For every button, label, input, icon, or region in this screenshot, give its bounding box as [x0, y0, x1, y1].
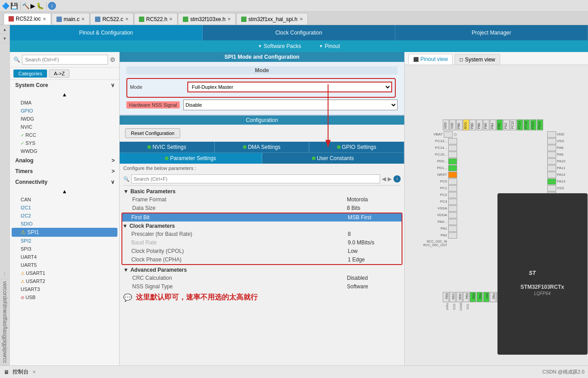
toolbar-icon-run[interactable]: ▶ — [30, 2, 35, 9]
status-close-icon[interactable]: ✕ — [32, 369, 36, 374]
left-pin-pc15[interactable] — [448, 152, 457, 158]
left-pin-pa2[interactable] — [448, 232, 457, 239]
edge-item-2[interactable]: ▼ — [0, 34, 9, 43]
top-pin-vss[interactable]: VSS — [450, 120, 456, 130]
sidebar-item-can[interactable]: CAN — [10, 196, 119, 204]
param-cpha[interactable]: Clock Phase (CPHA) 1 Edge — [122, 256, 402, 264]
sidebar-item-sdio[interactable]: SDIO — [10, 220, 119, 228]
bottom-pin-pa6[interactable]: PA6 — [476, 292, 483, 302]
left-pin-pc13[interactable] — [448, 138, 457, 144]
toolbar-icon-build[interactable]: 🔨 — [22, 2, 30, 9]
hw-nss-select[interactable]: Disable — [183, 100, 398, 110]
param-data-size[interactable]: Data Size 8 Bits — [123, 204, 401, 213]
tab-hal[interactable]: stm32f1xx_hal_spi.h ✕ — [236, 13, 307, 25]
connectivity-scroll-up[interactable]: ▲ — [10, 187, 119, 196]
bottom-pin-vdd[interactable]: VDD — [456, 292, 463, 302]
sidebar-item-dma[interactable]: DMA — [10, 99, 119, 107]
sidebar-item-wwdg[interactable]: WWDG — [10, 147, 119, 155]
mode-select[interactable]: Full-Duplex Master — [187, 82, 392, 92]
right-pin-6[interactable] — [547, 165, 556, 171]
top-pin-pb8[interactable]: PB8 — [456, 120, 463, 130]
bottom-pin-pa4[interactable]: PA4 — [463, 292, 469, 302]
advanced-params-header[interactable]: ▼ Advanced Parameters — [123, 266, 401, 274]
system-core-scroll-up[interactable]: ▲ — [10, 91, 119, 99]
right-pin-8[interactable] — [547, 178, 556, 185]
sidebar-item-iwdg[interactable]: IWDG — [10, 115, 119, 123]
tab-close-ioc[interactable]: ✕ — [43, 17, 46, 22]
sidebar-item-uart5[interactable]: UART5 — [10, 261, 119, 269]
param-nss-signal[interactable]: NSS Signal Type Software — [123, 282, 401, 291]
dma-settings-tab[interactable]: DMA Settings — [215, 142, 310, 152]
sidebar-item-spi3[interactable]: SPI3 — [10, 245, 119, 253]
sidebar-item-spi1[interactable]: ⚠ SPI1 — [12, 228, 117, 237]
tab-stm32h[interactable]: stm32f103xe.h ✕ — [178, 13, 236, 25]
toolbar-icon-new[interactable]: 🔷 — [2, 2, 9, 9]
sidebar-group-timers-header[interactable]: Timers > — [10, 166, 119, 177]
param-baud-rate[interactable]: Baud Rate 9.0 MBits/s — [122, 239, 402, 247]
left-pin-pa1[interactable] — [448, 226, 457, 232]
param-frame-format[interactable]: Frame Format Motorola — [123, 196, 401, 204]
tab-mainc[interactable]: main.c ✕ — [52, 13, 90, 25]
bottom-pin-pb0[interactable]: PB0 — [490, 292, 496, 302]
tab-rc522h[interactable]: RC522.h ✕ — [134, 13, 177, 25]
param-prescaler[interactable]: Prescaler (for Baud Rate) 8 — [122, 230, 402, 239]
nav-tab-pinout[interactable]: Pinout & Configuration — [10, 25, 203, 40]
left-pin-vssa[interactable] — [448, 205, 457, 212]
right-pin-3[interactable] — [547, 145, 556, 151]
sidebar-item-sys[interactable]: SYS — [10, 139, 119, 147]
right-pin-7[interactable] — [547, 172, 556, 178]
tab-close-hal[interactable]: ✕ — [299, 17, 303, 22]
right-pin-9[interactable] — [547, 185, 556, 191]
nav-tab-clock[interactable]: Clock Configuration — [203, 25, 395, 40]
pinout-btn[interactable]: ▼ Pinout — [319, 43, 340, 49]
right-pin-2[interactable] — [547, 138, 556, 144]
pinout-view-tab[interactable]: ⬛ Pinout view — [408, 54, 453, 65]
param-crc[interactable]: CRC Calculation Disabled — [123, 274, 401, 282]
tab-ioc[interactable]: RC522.ioc ✕ — [4, 13, 51, 25]
top-pin-pc10[interactable]: PC10 — [523, 120, 530, 130]
sidebar-item-usb[interactable]: USB — [10, 293, 119, 301]
left-pin-pc1[interactable] — [448, 185, 457, 191]
edge-item-3[interactable]: ⋮ — [0, 270, 9, 279]
top-pin-pb5[interactable]: PB5 — [483, 120, 489, 130]
top-pin-pb3[interactable]: PB3 — [497, 120, 503, 130]
sidebar-item-i2c2[interactable]: I2C2 — [10, 212, 119, 220]
sidebar-item-spi2[interactable]: SPI2 — [10, 237, 119, 245]
left-pin-pd1[interactable] — [448, 165, 457, 171]
sidebar-item-usart2[interactable]: USART2 — [10, 277, 119, 285]
bottom-pin-pa5[interactable]: PA5 — [470, 292, 476, 302]
param-first-bit[interactable]: First Bit MSB First — [122, 213, 402, 222]
top-pin-vdd[interactable]: VDD — [443, 120, 449, 130]
tab-close-mainc[interactable]: ✕ — [81, 17, 85, 22]
top-pin-pa14[interactable]: PA14 — [537, 120, 543, 130]
right-pin-1[interactable] — [547, 131, 556, 138]
left-pin-pa0[interactable] — [448, 219, 457, 225]
software-packs-btn[interactable]: ▼ Software Packs — [258, 43, 301, 49]
tab-rc522c[interactable]: RC522.c ✕ — [90, 13, 134, 25]
top-pin-pb9[interactable]: PB9 — [470, 120, 476, 130]
left-pin-pc14[interactable] — [448, 145, 457, 151]
left-pin-pd0[interactable] — [448, 158, 457, 165]
bottom-pin-vss[interactable]: VSS — [450, 292, 456, 302]
nvic-settings-tab[interactable]: NVIC Settings — [120, 142, 215, 152]
gpio-settings-tab[interactable]: GPIO Settings — [309, 142, 404, 152]
basic-params-header[interactable]: ▼ Basic Parameters — [123, 187, 401, 196]
sidebar-item-usart1[interactable]: USART1 — [10, 269, 119, 277]
toolbar-icon-info[interactable]: i — [48, 2, 56, 10]
param-cpol[interactable]: Clock Polarity (CPOL) Low — [122, 247, 402, 256]
sidebar-item-gpio[interactable]: GPIO — [10, 107, 119, 115]
right-pin-4[interactable] — [547, 152, 556, 158]
edge-item-1[interactable]: ▲ — [0, 25, 9, 34]
sidebar-group-analog-header[interactable]: Analog > — [10, 155, 119, 166]
top-pin-boo[interactable]: BOO — [463, 120, 469, 130]
user-constants-tab[interactable]: User Constants — [262, 153, 405, 164]
left-pin-vbat[interactable] — [444, 131, 453, 138]
toolbar-icon-save[interactable]: 💾 — [10, 2, 18, 9]
top-pin-pc12[interactable]: PC12 — [510, 120, 516, 130]
left-pin-pc2[interactable] — [448, 192, 457, 198]
sidebar-item-rcc[interactable]: RCC — [10, 131, 119, 139]
tab-close-rc522h[interactable]: ✕ — [169, 17, 173, 22]
top-pin-pb4[interactable]: PB4 — [490, 120, 496, 130]
tab-close-stm32h[interactable]: ✕ — [227, 17, 231, 22]
right-pin-5[interactable] — [547, 158, 556, 165]
